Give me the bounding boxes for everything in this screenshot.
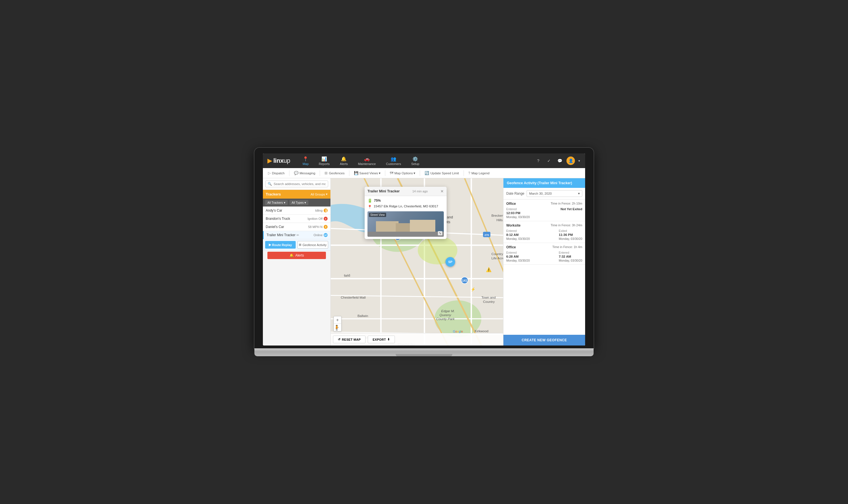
gf-col-exited-1: Not Yet Exited — [561, 208, 582, 219]
reset-icon: ↺ — [338, 338, 340, 341]
tracker-item-brandons-truck[interactable]: Brandon's Truck Ignition Off ● — [263, 215, 331, 223]
search-box: 🔍 — [263, 178, 331, 190]
gf-exited-label-2: Exited — [559, 229, 582, 233]
customers-icon: 👥 — [391, 156, 396, 162]
status-dot-off: ● — [324, 217, 328, 221]
geofences-icon: ⊞ — [324, 171, 328, 175]
pegman-icon[interactable]: 🧍 — [334, 325, 340, 331]
bell-icon: 🔔 — [289, 253, 294, 257]
user-avatar[interactable]: 👤 — [566, 157, 575, 165]
nav-reports[interactable]: 📊 Reports — [315, 155, 334, 167]
dispatch-button[interactable]: ▷ Dispatch — [265, 170, 287, 176]
top-nav: ▶ linxup 📍 Map 📊 Reports 🔔 Alerts — [263, 154, 585, 168]
svg-text:County Park: County Park — [436, 317, 455, 321]
gf-col-exited-3: Entered 7:32 AM Monday, 03/30/20 — [559, 251, 582, 262]
logo[interactable]: ▶ linxup — [267, 157, 290, 164]
gf-entered-time-1: 12:03 PM — [506, 211, 530, 215]
tracker-name: Andy's Car — [266, 209, 282, 213]
svg-text:Chesterfield Mall: Chesterfield Mall — [341, 295, 366, 300]
nav-map[interactable]: 📍 Map — [299, 155, 312, 167]
status-label-online: Online — [314, 233, 322, 237]
action-buttons: ▶ Route Replay ⊞ Geofence Activity — [263, 239, 331, 251]
gf-col-exited-2: Exited 11:36 PM Monday, 03/30/20 — [559, 229, 582, 240]
lightning-marker: ⚡ — [471, 287, 475, 291]
dispatch-icon: ▷ — [268, 171, 271, 175]
sidebar: 🔍 Trackers All Groups ▾ All Trac — [263, 178, 331, 345]
status-dot-online: SP — [324, 233, 328, 237]
geofences-button[interactable]: ⊞ Geofences — [322, 170, 348, 176]
gf-entered-date-3: Monday, 03/30/20 — [506, 259, 530, 262]
gf-entry-header-2: Worksite Time in Fence: 3h 24m — [506, 223, 582, 228]
gf-tif-3: Time in Fence: 1h 4m — [552, 245, 582, 249]
tracker-item-andys-car[interactable]: Andy's Car Idling ▐ — [263, 206, 331, 215]
saved-views-button[interactable]: 💾 Saved Views ▾ — [351, 170, 383, 176]
all-groups-dropdown[interactable]: All Groups ▾ — [311, 192, 328, 196]
gf-entered-label-3: Entered — [506, 251, 530, 254]
search-input[interactable] — [273, 182, 325, 186]
svg-text:Ballwin: Ballwin — [357, 314, 368, 318]
nav-setup-label: Setup — [411, 162, 420, 165]
nav-maintenance[interactable]: 🚗 Maintenance — [354, 155, 379, 167]
map-area[interactable]: 364 141 100 270 170 340 Creve Coeur — [331, 178, 585, 345]
popup-close-button[interactable]: ✕ — [440, 189, 444, 194]
gf-entered-time-2: 8:12 AM — [506, 233, 530, 236]
geofence-panel: Geofence Activity (Trailer Mini Tracker)… — [503, 178, 585, 345]
popup-time: 14 min ago — [412, 190, 428, 193]
gf-location-2: Worksite — [506, 223, 520, 228]
expand-streetview-button[interactable]: ⤡ — [438, 231, 442, 235]
messaging-button[interactable]: 💬 Messaging — [291, 170, 318, 176]
nav-alerts[interactable]: 🔔 Alerts — [336, 155, 352, 167]
all-types-filter[interactable]: All Types ▾ — [289, 200, 308, 205]
export-icon: ⬇ — [387, 338, 390, 341]
help-button[interactable]: ? — [534, 157, 542, 165]
export-button[interactable]: EXPORT ⬇ — [368, 336, 394, 343]
street-road — [368, 232, 444, 237]
date-range-select[interactable]: March 30, 2020 ▾ — [527, 190, 582, 197]
update-speed-button[interactable]: 🔄 Update Speed Limit — [422, 170, 462, 176]
map-options-button[interactable]: 🗺 Map Options ▾ — [387, 170, 418, 176]
toolbar-separator-4 — [385, 170, 385, 176]
user-dropdown-icon[interactable]: ▼ — [578, 159, 581, 162]
edit-tracker-icon[interactable]: ✏ — [297, 233, 299, 237]
geofence-panel-header: Geofence Activity (Trailer Mini Tracker) — [504, 178, 585, 188]
popup-address-text: 15457 Elk Ridge Ln, Chesterfield, MO 630… — [374, 204, 438, 208]
gf-entry-header-1: Office Time in Fence: 2h 10m — [506, 202, 582, 206]
geofence-activity-button[interactable]: ⊞ Geofence Activity — [297, 241, 329, 249]
reset-map-button[interactable]: ↺ RESET MAP — [333, 336, 366, 343]
all-trackers-filter[interactable]: All Trackers ▾ — [265, 200, 288, 205]
tracker-name-daniel: Daniel's Car — [266, 225, 284, 229]
geofence-activity-icon: ⊞ — [299, 243, 301, 247]
tracker-item-trailer[interactable]: Trailer Mini Tracker ✏ Online SP — [263, 231, 331, 239]
map-legend-button[interactable]: ? Map Legend — [465, 170, 492, 176]
popup-body: 🔋 75% 📍 15457 Elk Ridge Ln, Chesterfield… — [365, 196, 447, 239]
nav-map-label: Map — [302, 162, 308, 165]
nav-alerts-label: Alerts — [340, 162, 348, 165]
saved-views-chevron: ▾ — [379, 171, 381, 175]
nav-customers[interactable]: 👥 Customers — [382, 155, 405, 167]
gf-exited-date-2: Monday, 03/30/20 — [559, 237, 582, 240]
nav-maintenance-label: Maintenance — [358, 162, 376, 165]
search-input-wrap[interactable]: 🔍 — [265, 181, 328, 187]
gf-row-2: Entered 8:12 AM Monday, 03/30/20 Exited … — [506, 229, 582, 240]
google-logo: Google — [453, 330, 463, 333]
gf-entered-date-1: Monday, 03/30/20 — [506, 215, 530, 219]
alerts-button[interactable]: 🔔 Alerts — [267, 252, 326, 259]
gf-not-yet-exited: Not Yet Exited — [561, 208, 582, 211]
battery-icon: 🔋 — [368, 198, 372, 203]
checkmark-button[interactable]: ✓ — [545, 157, 553, 165]
nav-reports-label: Reports — [319, 162, 330, 165]
svg-text:Town and: Town and — [481, 295, 496, 300]
gf-entered-label-1: Entered — [506, 208, 530, 211]
create-geofence-button[interactable]: CREATE NEW GEOFENCE — [504, 335, 585, 345]
svg-text:Country: Country — [483, 300, 495, 304]
popup-streetview[interactable]: Street View ⤡ — [368, 211, 444, 237]
tracker-item-daniels-car[interactable]: Daniel's Car 58 MPH N ⬆ — [263, 223, 331, 231]
nav-setup[interactable]: ⚙️ Setup — [407, 155, 423, 167]
sp-marker[interactable]: SP — [445, 257, 455, 267]
tracker-name-trailer-wrap: Trailer Mini Tracker ✏ — [267, 233, 299, 237]
zoom-in-button[interactable]: + — [334, 317, 341, 324]
alerts-btn-wrap: 🔔 Alerts — [263, 252, 331, 263]
geofence-date-row: Date Range March 30, 2020 ▾ — [504, 188, 585, 199]
route-replay-button[interactable]: ▶ Route Replay — [265, 241, 296, 249]
chat-button[interactable]: 💬 — [556, 157, 564, 165]
